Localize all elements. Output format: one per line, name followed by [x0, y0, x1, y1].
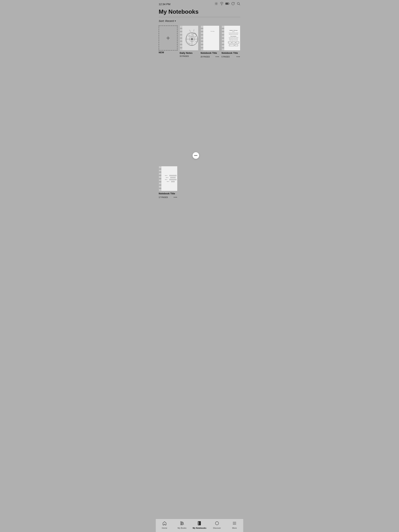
- notebook-title-4: Notebook Title: [159, 192, 175, 195]
- new-notebook-cover[interactable]: +: [159, 25, 177, 51]
- header: My Notebooks: [156, 7, 243, 17]
- notebook-pages-2: 20 PAGES: [201, 56, 210, 58]
- content-spacer: [156, 307, 243, 519]
- svg-marker-34: [216, 523, 218, 524]
- notebook-new-label-row: NEW: [159, 51, 177, 54]
- notebook-lined[interactable]: Poem Ideas Notebook Title 20 PAGES •••: [201, 25, 219, 164]
- svg-point-23: [189, 35, 190, 37]
- status-time: 12:34 PM: [159, 3, 170, 6]
- search-icon-status[interactable]: [237, 2, 240, 6]
- svg-rect-32: [199, 521, 201, 525]
- svg-line-5: [215, 3, 216, 3]
- spiral-spine-4: [159, 166, 162, 191]
- add-icon: +: [166, 35, 170, 41]
- sort-bar: Sort: Recent ▾: [156, 17, 243, 24]
- lined-header: Poem Ideas: [211, 31, 214, 32]
- nav-discover-label: Discover: [213, 527, 221, 529]
- cover-options: Option A Option B: [162, 166, 177, 191]
- notebook-title-3: Notebook Title: [222, 52, 238, 54]
- svg-point-0: [216, 3, 217, 4]
- svg-point-9: [222, 5, 222, 5]
- cover-lined: Poem Ideas: [203, 26, 219, 50]
- nav-home-label: Home: [162, 527, 167, 529]
- more-icon: [232, 521, 237, 526]
- notebook-more-2[interactable]: •••: [216, 55, 219, 58]
- nav-my-books[interactable]: My Books: [173, 520, 191, 530]
- notebooks-grid: + NEW: [156, 24, 243, 307]
- status-icons: [214, 2, 240, 6]
- spiral-spine: [180, 26, 182, 50]
- svg-line-7: [215, 5, 216, 5]
- spiral-spine-3: [222, 26, 224, 50]
- notebook-new[interactable]: + NEW: [159, 25, 177, 164]
- nav-my-books-label: My Books: [178, 527, 186, 529]
- notebook-text-cover: Toolkits 1.6 - UX review Scenario: Lorem…: [222, 25, 240, 51]
- battery-icon: [225, 2, 229, 6]
- chevron-down-icon: ▾: [175, 20, 176, 22]
- svg-point-33: [215, 522, 219, 525]
- svg-marker-35: [216, 524, 217, 524]
- nav-my-notebooks[interactable]: My Notebooks: [191, 520, 208, 530]
- notebook-pages: 33 PAGES: [180, 55, 189, 57]
- books-icon: [180, 521, 184, 526]
- svg-rect-24: [181, 522, 181, 525]
- brightness-icon: [214, 2, 218, 6]
- notebook-more-button-active[interactable]: •••: [193, 152, 199, 159]
- sort-label: Sort: Recent: [159, 19, 174, 22]
- notebook-text[interactable]: Toolkits 1.6 - UX review Scenario: Lorem…: [222, 25, 240, 164]
- notebook-more-4[interactable]: •••: [174, 196, 177, 199]
- page-title: My Notebooks: [159, 8, 240, 17]
- notebook-pages-3: 5 PAGES: [222, 56, 230, 58]
- notebook-lined-cover: Poem Ideas: [201, 25, 219, 51]
- svg-line-22: [194, 29, 194, 31]
- notebook-pages-4: 17 PAGES: [159, 196, 168, 198]
- svg-line-14: [239, 4, 240, 5]
- nav-more[interactable]: More: [226, 520, 243, 530]
- nav-my-notebooks-label: My Notebooks: [193, 527, 206, 529]
- svg-line-6: [217, 5, 218, 5]
- svg-line-21: [189, 30, 191, 32]
- home-icon: [162, 521, 167, 526]
- svg-line-8: [217, 3, 218, 3]
- notebook-meta-row-2: 20 PAGES •••: [201, 55, 219, 58]
- notebook-options[interactable]: Option A Option B: [159, 166, 177, 304]
- sort-button[interactable]: Sort: Recent ▾: [159, 19, 176, 22]
- notebook-more-3[interactable]: •••: [237, 55, 240, 58]
- svg-rect-11: [229, 3, 229, 4]
- discover-icon: [215, 521, 219, 526]
- notebook-daily-notes[interactable]: Daily Notes 33 PAGES •••: [180, 25, 198, 164]
- spiral-spine-2: [201, 26, 203, 50]
- notebook-options-cover: Option A Option B: [159, 166, 177, 191]
- nav-more-label: More: [232, 527, 237, 529]
- notebook-meta-row-4: 17 PAGES •••: [159, 196, 177, 199]
- nav-home[interactable]: Home: [156, 520, 173, 530]
- svg-rect-25: [182, 522, 183, 525]
- nav-discover[interactable]: Discover: [208, 520, 226, 530]
- wifi-icon: [220, 2, 224, 6]
- notebook-daily-notes-cover: [180, 25, 198, 51]
- svg-point-13: [237, 2, 239, 5]
- notebooks-icon: [197, 521, 202, 526]
- notebook-meta-row-3: 5 PAGES •••: [222, 55, 240, 58]
- more-dots-icon: •••: [194, 154, 198, 157]
- svg-rect-12: [226, 3, 228, 4]
- notebook-title-row-4: Notebook Title: [159, 192, 177, 195]
- notebook-title-row-2: Notebook Title: [201, 51, 219, 55]
- notebook-meta-row: 33 PAGES •••: [180, 55, 198, 57]
- new-label: NEW: [159, 51, 164, 54]
- notebook-title: Daily Notes: [180, 52, 193, 54]
- notebook-title-2: Notebook Title: [201, 52, 217, 54]
- rotate-icon: [231, 2, 235, 6]
- bottom-nav: Home My Books My Notebooks: [156, 519, 243, 532]
- status-bar: 12:34 PM: [156, 0, 243, 7]
- cover-sketch: [182, 26, 198, 50]
- notebook-title-row: Daily Notes: [180, 51, 198, 55]
- cover-text: Toolkits 1.6 - UX review Scenario: Lorem…: [224, 26, 240, 50]
- notebook-title-row-3: Notebook Title: [222, 51, 240, 55]
